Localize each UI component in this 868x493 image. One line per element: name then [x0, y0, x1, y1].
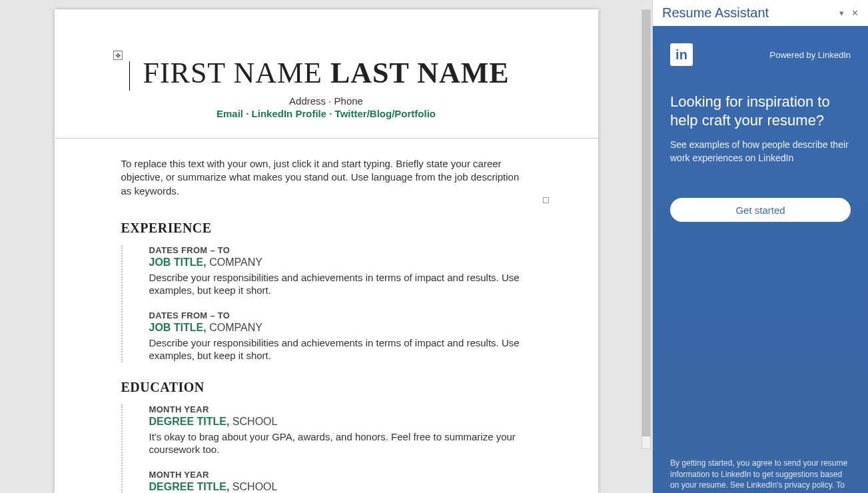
- experience-desc[interactable]: Describe your responsibilities and achie…: [149, 336, 532, 362]
- get-started-button[interactable]: Get started: [670, 198, 851, 222]
- experience-title[interactable]: JOB TITLE, COMPANY: [149, 256, 532, 268]
- cell-end-marker-icon: [543, 197, 549, 203]
- panel-close-button[interactable]: ✕: [848, 7, 861, 20]
- linkedin-link[interactable]: LinkedIn Profile: [252, 108, 327, 119]
- email-link[interactable]: Email: [217, 108, 243, 119]
- document-canvas[interactable]: ✥ FIRST NAME LAST NAME Address · Phone E…: [0, 0, 652, 493]
- education-item[interactable]: MONTH YEAR DEGREE TITLE, SCHOOL It's oka…: [149, 404, 532, 456]
- education-item[interactable]: MONTH YEAR DEGREE TITLE, SCHOOL It's oka…: [149, 470, 532, 493]
- education-date[interactable]: MONTH YEAR: [149, 470, 532, 480]
- education-heading[interactable]: EDUCATION: [121, 380, 532, 395]
- experience-heading[interactable]: EXPERIENCE: [121, 221, 532, 236]
- resume-body[interactable]: To replace this text with your own, just…: [55, 139, 598, 493]
- experience-item[interactable]: DATES FROM – TO JOB TITLE, COMPANY Descr…: [149, 310, 532, 362]
- education-date[interactable]: MONTH YEAR: [149, 404, 532, 414]
- education-desc[interactable]: It's okay to brag about your GPA, awards…: [149, 430, 532, 456]
- resume-header[interactable]: FIRST NAME LAST NAME Address · Phone Ema…: [55, 9, 598, 139]
- name-line[interactable]: FIRST NAME LAST NAME: [121, 56, 532, 90]
- experience-items: DATES FROM – TO JOB TITLE, COMPANY Descr…: [121, 245, 532, 362]
- panel-disclaimer: By getting started, you agree to send yo…: [670, 458, 851, 490]
- contact-links[interactable]: Email · LinkedIn Profile · Twitter/Blog/…: [121, 108, 532, 119]
- panel-title: Resume Assistant: [662, 5, 835, 21]
- address-line[interactable]: Address · Phone: [121, 95, 532, 107]
- experience-date[interactable]: DATES FROM – TO: [149, 310, 532, 320]
- resume-page[interactable]: ✥ FIRST NAME LAST NAME Address · Phone E…: [55, 9, 598, 493]
- panel-body: in Powered by LinkedIn Looking for inspi…: [653, 26, 868, 493]
- education-title[interactable]: DEGREE TITLE, SCHOOL: [149, 416, 532, 428]
- experience-desc[interactable]: Describe your responsibilities and achie…: [149, 271, 532, 297]
- panel-options-button[interactable]: ▾: [835, 7, 848, 20]
- panel-header: Resume Assistant ▾ ✕: [653, 0, 868, 26]
- panel-heading: Looking for inspiration to help craft yo…: [670, 93, 851, 129]
- linkedin-icon: in: [670, 43, 693, 66]
- intro-paragraph[interactable]: To replace this text with your own, just…: [121, 157, 532, 198]
- last-name[interactable]: LAST NAME: [330, 57, 510, 89]
- experience-item[interactable]: DATES FROM – TO JOB TITLE, COMPANY Descr…: [149, 245, 532, 297]
- social-link[interactable]: Twitter/Blog/Portfolio: [335, 108, 436, 119]
- resume-assistant-panel: Resume Assistant ▾ ✕ in Powered by Linke…: [652, 0, 868, 493]
- experience-title[interactable]: JOB TITLE, COMPANY: [149, 322, 532, 334]
- experience-date[interactable]: DATES FROM – TO: [149, 245, 532, 255]
- vertical-scrollbar[interactable]: [642, 9, 651, 449]
- education-title[interactable]: DEGREE TITLE, SCHOOL: [149, 481, 532, 493]
- education-items: MONTH YEAR DEGREE TITLE, SCHOOL It's oka…: [121, 404, 532, 493]
- first-name[interactable]: FIRST NAME: [143, 57, 322, 89]
- scrollbar-thumb[interactable]: [642, 10, 650, 436]
- powered-by-label: Powered by LinkedIn: [693, 50, 851, 60]
- panel-subtext: See examples of how people describe thei…: [670, 139, 851, 165]
